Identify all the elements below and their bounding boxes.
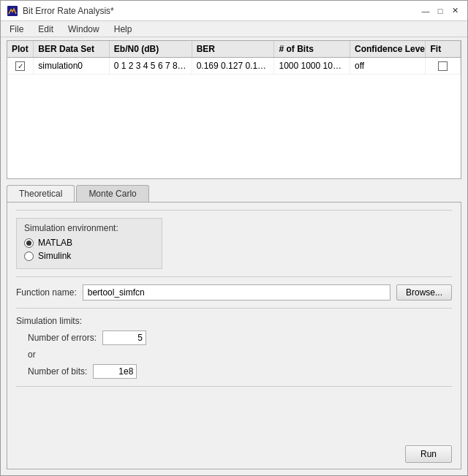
divider-top [16, 210, 452, 211]
ber-data-set-cell: simulation0 [34, 58, 110, 74]
function-name-input[interactable] [83, 284, 390, 301]
menu-help[interactable]: Help [108, 23, 138, 36]
sim-env-label: Simulation environment: [24, 223, 154, 233]
table-header: Plot BER Data Set Eb/N0 (dB) BER # of Bi… [7, 41, 461, 58]
col-header-plot: Plot [7, 41, 34, 57]
tab-monte-carlo[interactable]: Monte Carlo [76, 185, 148, 202]
num-errors-input[interactable] [102, 330, 146, 345]
confidence-cell: off [350, 58, 426, 74]
ber-table: Plot BER Data Set Eb/N0 (dB) BER # of Bi… [7, 40, 461, 179]
num-bits-row: Number of bits: [16, 364, 452, 379]
app-icon [7, 5, 18, 17]
run-button[interactable]: Run [405, 445, 452, 463]
sim-limits-section: Simulation limits: Number of errors: or … [16, 316, 452, 379]
sim-env-box: Simulation environment: MATLAB Simulink [16, 218, 162, 269]
col-header-fit: Fit [426, 41, 461, 57]
simulink-radio[interactable] [24, 252, 34, 261]
simulink-radio-row: Simulink [24, 251, 154, 261]
matlab-radio[interactable] [24, 238, 34, 248]
divider-2 [16, 308, 452, 309]
menu-edit[interactable]: Edit [32, 23, 59, 36]
divider-3 [16, 386, 452, 387]
table-row: simulation0 0 1 2 3 4 5 6 7 8 9 ... 0.16… [7, 58, 461, 75]
num-errors-label: Number of errors: [28, 333, 97, 343]
sim-env-row: Simulation environment: MATLAB Simulink [16, 218, 452, 269]
num-bits-input[interactable] [93, 364, 137, 379]
fit-checkbox[interactable] [438, 61, 448, 71]
browse-button[interactable]: Browse... [396, 284, 452, 301]
bits-cell: 1000 1000 1000 1... [274, 58, 350, 74]
ber-cell: 0.169 0.127 0.105 ... [192, 58, 275, 74]
or-row: or [16, 350, 452, 360]
main-window: Bit Error Rate Analysis* — □ ✕ File Edit… [0, 0, 468, 476]
matlab-radio-row: MATLAB [24, 238, 154, 248]
title-bar: Bit Error Rate Analysis* — □ ✕ [1, 1, 467, 21]
or-label: or [28, 350, 36, 360]
plot-checkbox[interactable] [15, 61, 25, 71]
tab-content-theoretical: Simulation environment: MATLAB Simulink … [7, 202, 461, 469]
col-header-ber: BER [192, 41, 275, 57]
col-header-ebn0: Eb/N0 (dB) [110, 41, 192, 57]
bottom-panel: Theoretical Monte Carlo Simulation envir… [1, 182, 467, 475]
tab-theoretical[interactable]: Theoretical [7, 185, 75, 202]
col-header-confidence: Confidence Level [350, 41, 426, 57]
maximize-button[interactable]: □ [434, 4, 447, 18]
menu-file[interactable]: File [4, 23, 29, 36]
window-title: Bit Error Rate Analysis* [23, 6, 114, 16]
sim-limits-label: Simulation limits: [16, 316, 452, 326]
col-header-bits: # of Bits [274, 41, 350, 57]
ebn0-cell: 0 1 2 3 4 5 6 7 8 9 ... [110, 58, 192, 74]
menu-window[interactable]: Window [62, 23, 105, 36]
menu-bar: File Edit Window Help [1, 21, 467, 37]
num-errors-row: Number of errors: [16, 330, 452, 345]
close-button[interactable]: ✕ [448, 4, 461, 18]
minimize-button[interactable]: — [419, 4, 432, 18]
num-bits-label: Number of bits: [28, 366, 87, 377]
tab-bar: Theoretical Monte Carlo [7, 185, 461, 202]
function-name-label: Function name: [16, 287, 77, 298]
matlab-label: MATLAB [38, 238, 72, 248]
divider-1 [16, 276, 452, 277]
function-name-row: Function name: Browse... [16, 284, 452, 301]
run-row: Run [16, 445, 452, 463]
col-header-ber-data: BER Data Set [34, 41, 110, 57]
window-controls: — □ ✕ [419, 4, 461, 18]
simulink-label: Simulink [38, 251, 71, 261]
fit-checkbox-cell [426, 58, 461, 74]
plot-checkbox-cell [7, 58, 34, 74]
title-bar-left: Bit Error Rate Analysis* [7, 5, 114, 17]
